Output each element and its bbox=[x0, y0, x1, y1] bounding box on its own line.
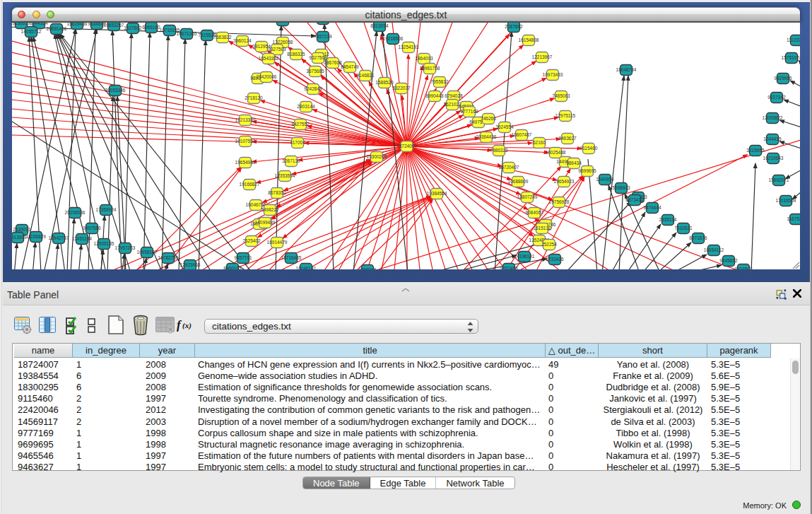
svg-text:2718120: 2718120 bbox=[245, 95, 263, 100]
svg-text:18807249: 18807249 bbox=[517, 194, 538, 199]
svg-text:9329966: 9329966 bbox=[774, 76, 792, 81]
svg-text:9084067: 9084067 bbox=[525, 210, 543, 215]
svg-text:12942737: 12942737 bbox=[49, 235, 69, 240]
svg-text:19384554: 19384554 bbox=[427, 191, 447, 196]
svg-text:9352463: 9352463 bbox=[500, 266, 518, 269]
svg-text:746266: 746266 bbox=[481, 116, 496, 121]
svg-text:15751074: 15751074 bbox=[782, 55, 800, 60]
svg-text:9242848: 9242848 bbox=[304, 86, 322, 91]
svg-text:9463627: 9463627 bbox=[558, 136, 577, 141]
svg-text:1588520: 1588520 bbox=[375, 80, 394, 85]
svg-text:20364436: 20364436 bbox=[476, 134, 497, 139]
svg-text:16154808: 16154808 bbox=[519, 37, 539, 42]
svg-text:1733426: 1733426 bbox=[546, 257, 564, 262]
svg-text:1244415: 1244415 bbox=[763, 136, 782, 141]
svg-text:9457791: 9457791 bbox=[234, 255, 252, 260]
svg-text:3960124: 3960124 bbox=[233, 38, 252, 43]
svg-text:16671355: 16671355 bbox=[177, 31, 197, 36]
svg-text:20691406: 20691406 bbox=[47, 26, 67, 31]
svg-text:5938923: 5938923 bbox=[612, 185, 630, 190]
svg-text:9997586: 9997586 bbox=[83, 226, 101, 230]
svg-text:3675685: 3675685 bbox=[306, 69, 324, 74]
svg-text:10961758: 10961758 bbox=[420, 66, 440, 71]
svg-text:15300205: 15300205 bbox=[367, 154, 387, 159]
svg-text:17957253: 17957253 bbox=[115, 245, 136, 250]
svg-text:1615132: 1615132 bbox=[533, 226, 551, 230]
svg-text:8990448: 8990448 bbox=[425, 93, 444, 98]
svg-text:12093822: 12093822 bbox=[763, 115, 783, 120]
svg-text:10654112: 10654112 bbox=[704, 247, 724, 252]
svg-text:8944354: 8944354 bbox=[30, 23, 48, 25]
svg-text:8678352: 8678352 bbox=[268, 190, 286, 195]
svg-text:9136059: 9136059 bbox=[12, 23, 30, 25]
svg-text:(x): (x) bbox=[182, 321, 192, 330]
svg-text:7986322: 7986322 bbox=[490, 148, 508, 153]
svg-text:20053346: 20053346 bbox=[105, 88, 126, 93]
svg-text:17359924: 17359924 bbox=[96, 207, 117, 212]
svg-text:1292346: 1292346 bbox=[358, 267, 377, 269]
svg-text:10958107: 10958107 bbox=[137, 250, 158, 255]
svg-text:2635001: 2635001 bbox=[13, 227, 31, 232]
svg-text:9327503: 9327503 bbox=[268, 47, 286, 52]
svg-text:7663822: 7663822 bbox=[213, 35, 232, 40]
svg-text:2087682: 2087682 bbox=[505, 24, 523, 29]
svg-text:5322037: 5322037 bbox=[392, 86, 411, 90]
svg-text:9227342: 9227342 bbox=[767, 95, 786, 100]
svg-text:f: f bbox=[177, 318, 182, 332]
svg-text:7632621: 7632621 bbox=[674, 226, 693, 230]
svg-text:9924502: 9924502 bbox=[734, 267, 753, 269]
svg-text:1640954: 1640954 bbox=[596, 177, 614, 182]
svg-text:16210643: 16210643 bbox=[763, 156, 784, 160]
svg-text:11451194: 11451194 bbox=[72, 236, 92, 241]
svg-text:12213389: 12213389 bbox=[235, 117, 256, 122]
svg-text:9699695: 9699695 bbox=[578, 168, 596, 173]
svg-text:19756928: 19756928 bbox=[549, 199, 570, 204]
svg-text:5498222: 5498222 bbox=[261, 207, 279, 212]
svg-text:62160: 62160 bbox=[533, 140, 546, 145]
svg-text:19166827: 19166827 bbox=[240, 182, 260, 187]
svg-text:9777169: 9777169 bbox=[460, 109, 478, 114]
svg-text:15716485: 15716485 bbox=[281, 255, 302, 260]
svg-text:12505135: 12505135 bbox=[94, 241, 114, 246]
svg-text:14055712: 14055712 bbox=[21, 29, 42, 34]
svg-text:10653267: 10653267 bbox=[104, 23, 124, 28]
svg-text:252254: 252254 bbox=[541, 242, 557, 247]
svg-text:10807487: 10807487 bbox=[512, 132, 532, 137]
svg-text:9245652: 9245652 bbox=[719, 258, 738, 263]
svg-text:8186325: 8186325 bbox=[287, 52, 305, 57]
svg-text:1527602: 1527602 bbox=[124, 25, 142, 30]
svg-text:8471676: 8471676 bbox=[689, 235, 707, 240]
svg-text:7485063: 7485063 bbox=[552, 93, 570, 98]
svg-text:7625402: 7625402 bbox=[242, 238, 261, 243]
svg-text:986434: 986434 bbox=[566, 160, 582, 165]
svg-text:7955812: 7955812 bbox=[430, 79, 449, 84]
svg-text:1864093: 1864093 bbox=[415, 56, 433, 61]
svg-text:19218506: 19218506 bbox=[383, 36, 404, 41]
svg-text:16914479: 16914479 bbox=[267, 240, 288, 245]
svg-text:18724007: 18724007 bbox=[396, 144, 417, 148]
svg-text:3624554: 3624554 bbox=[495, 124, 514, 129]
svg-text:7357224: 7357224 bbox=[314, 34, 332, 39]
svg-text:10107553: 10107553 bbox=[235, 139, 256, 144]
svg-text:6966160: 6966160 bbox=[142, 25, 160, 30]
svg-text:3215955: 3215955 bbox=[746, 148, 765, 153]
svg-text:6873412: 6873412 bbox=[625, 197, 644, 202]
svg-text:2803144: 2803144 bbox=[297, 104, 315, 109]
svg-text:16648784: 16648784 bbox=[616, 67, 637, 72]
svg-text:11123344: 11123344 bbox=[787, 37, 800, 42]
svg-text:10046141: 10046141 bbox=[296, 266, 317, 269]
svg-text:15720407: 15720407 bbox=[499, 165, 519, 170]
svg-text:3913909: 3913909 bbox=[12, 235, 27, 240]
svg-text:19654983: 19654983 bbox=[235, 160, 256, 165]
svg-text:16619436: 16619436 bbox=[67, 23, 88, 26]
svg-text:11156829: 11156829 bbox=[26, 234, 46, 239]
svg-text:20206536: 20206536 bbox=[65, 210, 86, 215]
svg-text:1167534: 1167534 bbox=[787, 216, 800, 221]
svg-text:8960103: 8960103 bbox=[223, 266, 242, 269]
svg-text:12213967: 12213967 bbox=[532, 54, 553, 59]
svg-text:15692971: 15692971 bbox=[769, 177, 789, 182]
svg-text:16543362: 16543362 bbox=[259, 56, 279, 61]
svg-text:19654923: 19654923 bbox=[554, 179, 575, 184]
svg-text:12923468: 12923468 bbox=[180, 262, 201, 267]
svg-text:9327508: 9327508 bbox=[309, 55, 327, 60]
